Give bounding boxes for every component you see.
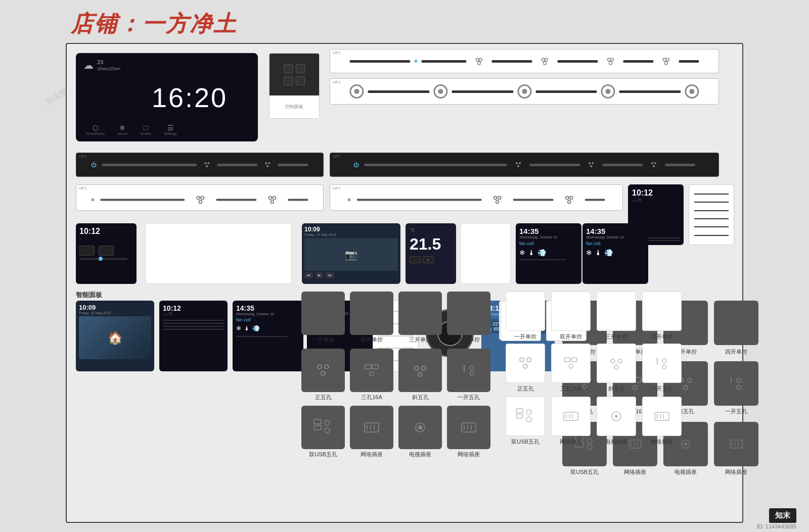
white-outlet-2	[267, 194, 278, 205]
white-beside-thermo	[460, 223, 511, 284]
bottom-logo-area: 知末	[769, 508, 796, 523]
thermo-down[interactable]: -	[410, 256, 421, 263]
ws-16a[interactable]	[551, 344, 591, 383]
dark-rail-right-label: UP1	[333, 154, 341, 159]
ds-1gang[interactable]	[301, 292, 345, 335]
svg-point-5	[544, 62, 547, 65]
ws-net2[interactable]	[642, 397, 682, 436]
rail1-label: UP1	[333, 51, 341, 55]
top-rail-2: UP1	[330, 78, 719, 105]
ws-4gang[interactable]	[642, 292, 682, 331]
cam-btn2[interactable]: ▶	[316, 272, 323, 278]
svg-point-13	[208, 162, 210, 164]
svg-rect-67	[365, 365, 371, 369]
svg-point-33	[493, 196, 497, 199]
outlet-network2-icon	[726, 434, 746, 454]
svg-point-45	[688, 378, 692, 382]
sp-row2-sub: --:--°C	[163, 312, 224, 316]
thermo-up[interactable]: +	[423, 256, 434, 263]
ws-net1[interactable]	[551, 397, 591, 436]
sp1-ctrl2[interactable]	[99, 246, 114, 256]
ds-4gang[interactable]	[447, 292, 490, 335]
ds-3gang[interactable]	[398, 292, 442, 335]
function-icon-3[interactable]: □ Screen	[140, 124, 151, 135]
white-bar-r3	[585, 199, 605, 201]
svg-point-97	[618, 359, 622, 363]
mini-time-sub: --:--°C	[632, 199, 680, 202]
dark-switch-4gang[interactable]	[714, 301, 758, 345]
cam-btn1[interactable]: ⏮	[304, 272, 313, 278]
svg-point-26	[653, 165, 655, 167]
svg-point-35	[496, 200, 499, 203]
function-icon-4[interactable]: ☰ Settings	[164, 124, 176, 135]
fc-left-day: Wednesday, October 16	[519, 235, 578, 239]
ws-angle5[interactable]	[597, 344, 636, 383]
line-5	[694, 226, 729, 227]
ws-tv-lbl: 电视插座	[597, 438, 636, 446]
ds-usb[interactable]	[301, 406, 345, 449]
rail2-bar-2	[452, 90, 513, 93]
ds-outlet5[interactable]	[301, 349, 345, 392]
btn3[interactable]	[284, 76, 293, 85]
rail1-bar-5	[679, 60, 699, 63]
white-bar-l2	[216, 199, 257, 201]
svg-point-27	[197, 196, 200, 199]
rail2-bar-4	[619, 90, 681, 93]
sp-r2-l3	[163, 326, 224, 327]
btn4[interactable]	[296, 76, 305, 85]
white-bar-r	[357, 199, 482, 201]
outlet-sym-3	[606, 56, 616, 66]
ws-3gang[interactable]	[597, 292, 636, 331]
svg-point-29	[199, 200, 202, 203]
cam-btn3[interactable]: ⏭	[326, 272, 334, 278]
ds-tv[interactable]	[398, 406, 442, 449]
rail1-bar-left	[349, 60, 410, 63]
ws-1gang[interactable]	[506, 292, 545, 331]
svg-point-111	[615, 415, 618, 418]
rail2-bar-1	[368, 90, 429, 93]
sp1-controls	[79, 246, 133, 256]
cam-large-feed: 🏠	[79, 316, 151, 359]
ds-net1[interactable]	[350, 406, 393, 449]
rail2-label: UP1	[333, 80, 341, 84]
sp1-ctrl1[interactable]	[79, 246, 95, 256]
svg-point-46	[684, 385, 688, 390]
fc-left-icons: ❄ 🌡 💨	[519, 249, 578, 257]
svg-point-30	[269, 196, 272, 199]
store-title: 店铺：一方净土	[71, 9, 237, 39]
connector-2	[433, 84, 447, 99]
ds-1gang-lbl: 一开单控	[301, 336, 345, 344]
ds-16a[interactable]	[350, 349, 393, 392]
svg-rect-80	[365, 423, 379, 432]
svg-point-17	[267, 165, 269, 167]
rail2-content	[349, 84, 699, 99]
ds-angle5[interactable]	[398, 349, 442, 392]
ws-outlet5[interactable]	[506, 344, 545, 383]
svg-point-8	[609, 62, 612, 65]
ws-tv[interactable]	[597, 397, 636, 436]
btn1[interactable]	[284, 64, 293, 73]
svg-point-96	[611, 359, 615, 363]
function-icon-2[interactable]: ❄ Aircon	[117, 124, 127, 135]
ws-1g5[interactable]	[642, 344, 682, 383]
fancoil-row2-actual: 14:35 Wednesday, October 16 fan coil ❄🌡💨	[233, 301, 303, 371]
ws-2gang[interactable]	[551, 292, 591, 331]
sp1-slider	[79, 258, 133, 260]
svg-point-59	[684, 443, 687, 446]
svg-rect-106	[564, 412, 578, 420]
rail1-bar-mid	[421, 60, 466, 63]
ds-1g5-lbl: 一开五孔	[447, 394, 490, 401]
ws-usb[interactable]	[506, 397, 545, 436]
cam-large-time: 10:09	[79, 304, 151, 311]
ds-net2[interactable]	[447, 406, 490, 449]
svg-rect-77	[314, 425, 321, 430]
dark-outlet-1gang5[interactable]	[714, 361, 758, 406]
rail1-bar-2	[492, 60, 532, 63]
camera-panel-large: 10:09 Friday, 15 May 2015 🏠	[76, 301, 154, 371]
function-icon-1[interactable]: ⬡ SmartHome	[86, 124, 105, 135]
ds-2gang[interactable]	[350, 292, 393, 335]
dark-outlet-network2[interactable]	[714, 422, 758, 466]
btn2[interactable]	[296, 64, 305, 73]
connector-5	[685, 84, 699, 99]
ds-1g5[interactable]	[447, 349, 490, 392]
